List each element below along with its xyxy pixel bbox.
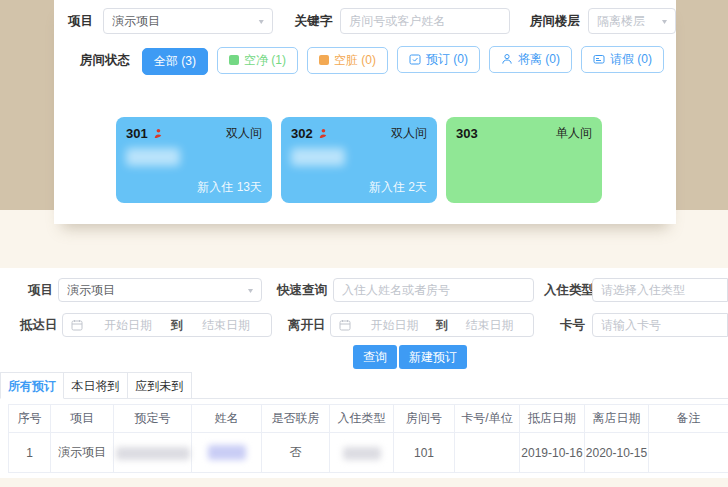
arrival-date-label: 抵达日 bbox=[20, 313, 58, 337]
table-row[interactable]: 1演示项目否1012019-10-162020-10-15 bbox=[9, 433, 728, 473]
room-card-303[interactable]: 303 单人间 bbox=[446, 117, 602, 203]
status-filter-label: 空净 (1) bbox=[244, 52, 286, 69]
calendar-icon bbox=[339, 319, 351, 331]
room-card-301[interactable]: 301 双人间 新入住 13天 bbox=[116, 117, 272, 203]
room-type: 双人间 bbox=[226, 125, 262, 142]
status-filter-button-5[interactable]: 请假 (0) bbox=[581, 46, 664, 73]
column-header: 备注 bbox=[649, 405, 728, 433]
room-stay-duration: 新入住 2天 bbox=[369, 179, 427, 196]
room-number: 303 bbox=[456, 126, 478, 141]
keyword-input[interactable] bbox=[349, 14, 501, 28]
search-button[interactable]: 查询 bbox=[353, 345, 397, 369]
redacted-booking-no bbox=[116, 447, 190, 460]
checkin-type-label: 入住类型 bbox=[544, 278, 594, 302]
status-filter-button-2[interactable]: 空脏 (0) bbox=[307, 47, 388, 74]
quick-search-input[interactable] bbox=[342, 283, 525, 297]
end-date-placeholder: 结束日期 bbox=[454, 317, 525, 334]
app-window: 项目 演示项目 ▾ 关键字 房间楼层 隔离楼层 ▾ 房间状态 全部 (3)空净 … bbox=[0, 0, 728, 487]
quick-search-label: 快速查询 bbox=[277, 278, 327, 302]
calendar-icon bbox=[71, 319, 83, 331]
status-filter-button-4[interactable]: 将离 (0) bbox=[489, 46, 572, 73]
room-stay-duration: 新入住 13天 bbox=[197, 179, 262, 196]
floor-label: 房间楼层 bbox=[530, 13, 580, 30]
table-cell bbox=[649, 433, 728, 473]
table-cell: 演示项目 bbox=[51, 433, 114, 473]
room-number: 302 bbox=[291, 126, 313, 141]
project-select[interactable]: 演示项目 ▾ bbox=[58, 278, 262, 302]
booking-tabs: 所有预订本日将到应到未到 bbox=[0, 372, 728, 399]
departure-date-range[interactable]: 开始日期 到 结束日期 bbox=[330, 313, 534, 337]
keyword-input-wrap bbox=[340, 8, 510, 34]
end-date-placeholder: 结束日期 bbox=[189, 317, 263, 334]
room-status-row: 房间状态 全部 (3)空净 (1)空脏 (0)预订 (0)将离 (0)请假 (0… bbox=[54, 47, 676, 74]
redacted-checkin-type bbox=[343, 447, 381, 460]
table-cell: 101 bbox=[394, 433, 455, 473]
tab-0[interactable]: 所有预订 bbox=[0, 372, 64, 399]
column-header: 姓名 bbox=[192, 405, 262, 433]
column-header: 房间号 bbox=[394, 405, 455, 433]
redacted-guest-name bbox=[126, 148, 180, 166]
date-range-separator: 到 bbox=[165, 317, 189, 334]
tab-1[interactable]: 本日将到 bbox=[64, 372, 128, 399]
new-booking-button[interactable]: 新建预订 bbox=[399, 345, 467, 369]
table-cell bbox=[330, 433, 394, 473]
table-cell: 2019-10-16 bbox=[520, 433, 585, 473]
green-square-icon bbox=[229, 55, 239, 65]
column-header: 抵店日期 bbox=[520, 405, 585, 433]
table-cell bbox=[114, 433, 192, 473]
chevron-down-icon: ▾ bbox=[248, 286, 253, 295]
status-filter-button-1[interactable]: 空净 (1) bbox=[217, 47, 298, 74]
person-icon bbox=[501, 53, 513, 65]
column-header: 预定号 bbox=[114, 405, 192, 433]
tab-2[interactable]: 应到未到 bbox=[128, 372, 192, 399]
start-date-placeholder: 开始日期 bbox=[91, 317, 165, 334]
status-filter-group: 全部 (3)空净 (1)空脏 (0)预订 (0)将离 (0)请假 (0) bbox=[142, 46, 673, 76]
keyword-label: 关键字 bbox=[295, 13, 333, 30]
room-card-header: 301 双人间 bbox=[116, 117, 272, 142]
status-filter-label: 全部 (3) bbox=[154, 53, 196, 70]
project-label: 项目 bbox=[68, 13, 93, 30]
card-no-input[interactable] bbox=[601, 318, 719, 332]
leave-card-icon bbox=[593, 53, 605, 65]
table-header-row: 序号项目预定号姓名是否联房入住类型房间号卡号/单位抵店日期离店日期备注 bbox=[9, 405, 728, 433]
project-select[interactable]: 演示项目 ▾ bbox=[103, 8, 273, 34]
status-filter-label: 将离 (0) bbox=[518, 51, 560, 68]
floor-select-placeholder: 隔离楼层 bbox=[597, 13, 645, 30]
status-filter-label: 空脏 (0) bbox=[334, 52, 376, 69]
table-cell bbox=[192, 433, 262, 473]
status-filter-button-3[interactable]: 预订 (0) bbox=[397, 46, 480, 73]
calendar-check-icon bbox=[409, 53, 421, 65]
booking-table: 序号项目预定号姓名是否联房入住类型房间号卡号/单位抵店日期离店日期备注 1演示项… bbox=[8, 404, 728, 473]
quick-search-input-wrap bbox=[333, 278, 534, 302]
column-header: 离店日期 bbox=[585, 405, 649, 433]
booking-panel: 项目 演示项目 ▾ 快速查询 入住类型 请选择入住类型 抵达日 开始日期 到 结… bbox=[0, 268, 728, 478]
redacted-guest-name bbox=[208, 445, 246, 460]
room-card-header: 302 双人间 bbox=[281, 117, 437, 142]
right-background-strip bbox=[676, 0, 728, 210]
left-background-strip bbox=[0, 0, 54, 210]
column-header: 是否联房 bbox=[262, 405, 330, 433]
top-filter-row: 项目 演示项目 ▾ 关键字 房间楼层 隔离楼层 ▾ bbox=[54, 8, 676, 34]
column-header: 卡号/单位 bbox=[455, 405, 520, 433]
checkin-type-select[interactable]: 请选择入住类型 bbox=[592, 278, 728, 302]
room-card-header: 303 单人间 bbox=[446, 117, 602, 142]
column-header: 入住类型 bbox=[330, 405, 394, 433]
redacted-guest-name bbox=[291, 148, 345, 166]
checkin-type-placeholder: 请选择入住类型 bbox=[601, 282, 685, 299]
room-type: 单人间 bbox=[556, 125, 592, 142]
room-status-label: 房间状态 bbox=[80, 52, 130, 69]
status-filter-label: 请假 (0) bbox=[610, 51, 652, 68]
table-cell: 1 bbox=[9, 433, 51, 473]
status-filter-button-0[interactable]: 全部 (3) bbox=[142, 48, 208, 75]
room-number: 301 bbox=[126, 126, 148, 141]
room-type: 双人间 bbox=[391, 125, 427, 142]
card-no-label: 卡号 bbox=[560, 313, 585, 337]
occupied-guest-icon bbox=[317, 128, 328, 139]
arrival-date-range[interactable]: 开始日期 到 结束日期 bbox=[62, 313, 272, 337]
status-filter-label: 预订 (0) bbox=[426, 51, 468, 68]
room-card-302[interactable]: 302 双人间 新入住 2天 bbox=[281, 117, 437, 203]
departure-date-label: 离开日 bbox=[288, 313, 326, 337]
date-range-separator: 到 bbox=[430, 317, 454, 334]
orange-square-icon bbox=[319, 55, 329, 65]
floor-select[interactable]: 隔离楼层 ▾ bbox=[588, 8, 676, 34]
